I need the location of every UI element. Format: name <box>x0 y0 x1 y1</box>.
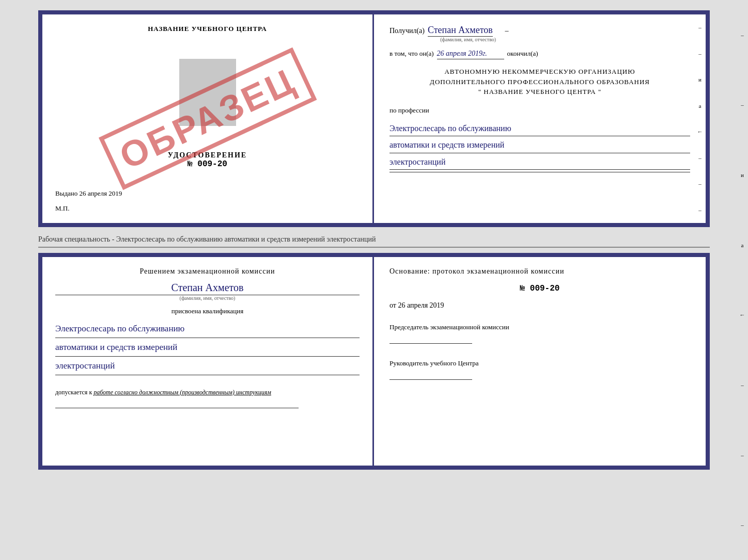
dopuskaetsya-label: допускается к <box>55 389 92 396</box>
diploma-right-page: Получил(а) Степан Ахметов – (фамилия, им… <box>374 14 706 223</box>
v-tom-line: в том, что он(а) 26 апреля 2019г. окончи… <box>389 50 690 59</box>
diploma-date: 26 апреля 2019г. <box>437 50 504 59</box>
profession-line2: автоматики и средств измерений <box>389 138 690 153</box>
udostoverenie-number: № 009-20 <box>168 159 247 169</box>
rukovoditel-block: Руководитель учебного Центра <box>389 358 690 382</box>
profession-line1: Электрослесарь по обслуживанию <box>389 122 690 137</box>
org-name: НАЗВАНИЕ УЧЕБНОГО ЦЕНТРА <box>484 88 596 95</box>
predsedatel-block: Председатель экзаменационной комиссии <box>389 322 690 346</box>
ot-date-line: от 26 апреля 2019 <box>389 301 690 310</box>
vydano-line: Выдано 26 апреля 2019 <box>55 189 122 198</box>
diploma-school-name: НАЗВАНИЕ УЧЕБНОГО ЦЕНТРА <box>148 25 267 33</box>
profession-name: Электрослесарь по обслуживанию автоматик… <box>389 122 690 173</box>
org-name-block: АВТОНОМНУЮ НЕКОММЕРЧЕСКУЮ ОРГАНИЗАЦИЮ ДО… <box>389 67 690 97</box>
resheniem-line: Решением экзаменационной комиссии <box>55 267 360 276</box>
right-side-deco: – – и а ← – – – <box>696 14 704 223</box>
qual-line2: автоматики и средств измерений <box>55 340 360 357</box>
predsedatel-signature-line <box>389 343 472 344</box>
org-line2: ДОПОЛНИТЕЛЬНОГО ПРОФЕССИОНАЛЬНОГО ОБРАЗО… <box>389 77 690 87</box>
cert-fio-label: (фамилия, имя, отчество) <box>55 295 360 301</box>
recipient-name: Степан Ахметов <box>428 25 493 37</box>
specialty-label: Рабочая специальность - Электрослесарь п… <box>38 232 710 248</box>
dopuskaetsya-value: работе согласно должностным (производств… <box>93 389 271 396</box>
okonchil-label: окончил(а) <box>507 50 538 58</box>
document-container: НАЗВАНИЕ УЧЕБНОГО ЦЕНТРА УДОСТОВЕРЕНИЕ №… <box>38 10 710 470</box>
org-line1: АВТОНОМНУЮ НЕКОММЕРЧЕСКУЮ ОРГАНИЗАЦИЮ <box>389 67 690 77</box>
fio-label: (фамилия, имя, отчество) <box>428 37 508 42</box>
diploma-left-page: НАЗВАНИЕ УЧЕБНОГО ЦЕНТРА УДОСТОВЕРЕНИЕ №… <box>42 14 374 223</box>
profession-line3: электростанций <box>389 155 690 170</box>
rukovoditel-signature-line <box>389 379 472 380</box>
recipient-line: Получил(а) Степан Ахметов – (фамилия, им… <box>389 25 690 42</box>
prisvoena-label: присвоена квалификация <box>55 307 360 315</box>
udostoverenie-label: УДОСТОВЕРЕНИЕ <box>168 151 247 159</box>
po-professii-label: по профессии <box>389 106 690 115</box>
qualification-name: Электрослесарь по обслуживанию автоматик… <box>55 322 360 377</box>
ot-label: от <box>389 301 396 309</box>
diploma-bottom-left: Выдано 26 апреля 2019 М.П. <box>55 189 360 213</box>
osnovanie-title: Основание: протокол экзаменационной коми… <box>389 267 690 276</box>
photo-placeholder <box>179 59 236 126</box>
certificate-book: Решением экзаменационной комиссии Степан… <box>38 253 710 470</box>
mp-text: М.П. <box>55 204 69 213</box>
qual-line1: Электрослесарь по обслуживанию <box>55 322 360 338</box>
cert-left-page: Решением экзаменационной комиссии Степан… <box>42 257 374 466</box>
v-tom-label: в том, что он(а) <box>389 50 434 58</box>
bottom-signature-line <box>55 408 299 408</box>
diploma-book: НАЗВАНИЕ УЧЕБНОГО ЦЕНТРА УДОСТОВЕРЕНИЕ №… <box>38 10 710 227</box>
protokol-number: № 009-20 <box>389 284 690 293</box>
cert-right-page: Основание: протокол экзаменационной коми… <box>374 257 706 466</box>
udostoverenie-block: УДОСТОВЕРЕНИЕ № 009-20 <box>168 151 247 169</box>
dopuskaetsya-line: допускается к работе согласно должностны… <box>55 389 360 396</box>
predsedatel-label: Председатель экзаменационной комиссии <box>389 323 509 331</box>
org-name-quoted: " НАЗВАНИЕ УЧЕБНОГО ЦЕНТРА " <box>389 87 690 97</box>
poluchil-label: Получил(а) <box>389 27 425 35</box>
cert-person-name: Степан Ахметов <box>55 282 360 295</box>
qual-line3: электростанций <box>55 359 360 375</box>
cert-right-side-deco: – – и а ← – – – <box>739 0 746 560</box>
vydano-label: Выдано <box>55 189 77 197</box>
ot-date-value: 26 апреля 2019 <box>398 301 444 309</box>
rukovoditel-label: Руководитель учебного Центра <box>389 359 479 367</box>
vydano-date: 26 апреля 2019 <box>80 189 122 197</box>
